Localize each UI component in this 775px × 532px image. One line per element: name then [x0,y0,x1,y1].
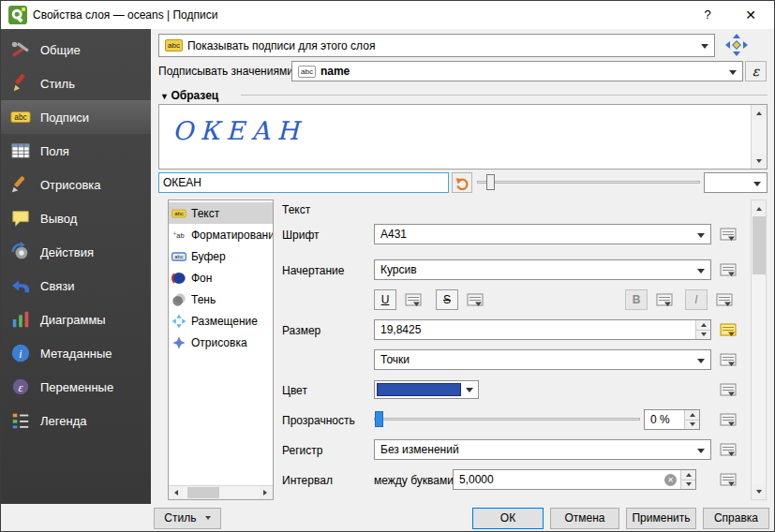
style-combo[interactable]: Курсив [374,259,711,280]
sidebar-item-rendering[interactable]: Отрисовка [1,168,151,201]
spacing-data-defined-button[interactable] [717,470,739,489]
sample-section-toggle[interactable]: ▼ Образец [160,89,218,102]
tab-formatting[interactable]: +ab Форматирование [169,224,273,245]
style-menu-button[interactable]: Стиль [154,508,221,529]
slider-handle[interactable] [375,411,383,427]
ok-button[interactable]: ОК [472,508,544,529]
expression-builder-button[interactable]: ε [745,61,767,81]
scroll-down-icon[interactable] [752,484,766,499]
clear-icon[interactable]: ✕ [664,474,677,486]
spacing-label: Интервал [282,474,333,487]
reset-sample-button[interactable] [452,172,472,193]
sidebar-item-labels[interactable]: abc Подписи [1,100,151,134]
data-defined-icon [720,413,737,427]
field-combo-value: name [320,65,350,78]
preview-scale-slider[interactable] [477,172,700,193]
preview-scrollbar[interactable] [751,105,767,169]
sidebar-item-general[interactable]: Общие [1,33,151,66]
font-data-defined-button[interactable] [717,225,739,244]
bold-data-defined-button[interactable] [653,290,676,309]
actions-icon [10,242,31,262]
display-icon [10,208,31,229]
italic-button[interactable]: I [685,289,708,310]
tabs-horizontal-scrollbar[interactable] [169,485,273,499]
scroll-down-icon[interactable] [752,154,767,169]
sidebar-item-fields[interactable]: Поля [1,134,151,168]
tab-text[interactable]: abc Текст [169,202,273,224]
tab-placement[interactable]: Размещение [169,310,273,332]
size-units-combo[interactable]: Точки [374,349,711,370]
joins-icon [10,275,31,296]
preview-size-combo[interactable] [704,172,768,193]
sidebar-item-label: Связи [40,279,74,293]
collapse-triangle-icon: ▼ [160,92,171,101]
sidebar-item-variables[interactable]: ε Переменные [1,370,151,404]
transparency-spinbox[interactable]: 0 % [644,409,700,430]
data-defined-icon [720,228,737,242]
strikeout-data-defined-button[interactable] [464,290,486,309]
window-title: Свойства слоя — oceans | Подписи [33,1,217,29]
spin-buttons[interactable] [684,410,699,429]
sidebar-item-display[interactable]: Вывод [1,201,151,235]
auto-placement-settings-button[interactable] [723,32,751,58]
tab-rendering[interactable]: Отрисовка [169,332,273,353]
tab-shadow[interactable]: Тень [169,288,273,310]
size-data-defined-button-active[interactable] [717,320,739,339]
style-label: Начертание [282,264,344,277]
color-data-defined-button[interactable] [717,380,739,399]
color-button[interactable] [374,380,479,399]
sidebar-item-legend[interactable]: Легенда [1,404,151,437]
scroll-thumb[interactable] [753,216,766,274]
svg-text:i: i [19,347,22,361]
letter-spacing-spinbox[interactable]: 5,0000 ✕ [453,469,696,490]
scroll-right-icon[interactable] [259,486,273,499]
help-button[interactable]: Справка [703,508,769,529]
spin-buttons[interactable] [680,470,695,489]
font-label: Шрифт [282,229,319,242]
label-mode-combo[interactable]: abc Показывать подписи для этого слоя [158,34,715,57]
sample-section-title: Образец [171,89,218,102]
underline-data-defined-button[interactable] [402,290,425,309]
tab-background[interactable]: Фон [169,267,273,288]
scroll-up-icon[interactable] [752,200,766,215]
sidebar-item-joins[interactable]: Связи [1,269,151,303]
apply-button[interactable]: Применить [626,508,696,529]
scroll-up-icon[interactable] [752,105,767,120]
cancel-button[interactable]: Отмена [550,508,619,529]
window-close-button[interactable]: ✕ [733,1,768,29]
tab-buffer[interactable]: abc Буфер [169,245,273,267]
window-help-button[interactable]: ? [690,1,725,29]
spin-buttons[interactable] [695,320,710,339]
strikeout-button[interactable]: S [436,289,458,310]
field-combo[interactable]: abc name [291,61,743,81]
bold-button[interactable]: B [625,289,648,310]
data-defined-icon [656,293,673,307]
string-type-icon: abc [298,66,316,78]
sidebar-item-metadata[interactable]: i Метаданные [1,336,151,370]
spin-up-icon [681,470,695,480]
style-data-defined-button[interactable] [717,260,739,279]
background-tab-icon [171,271,186,286]
case-data-defined-button[interactable] [717,440,739,459]
underline-button[interactable]: U [374,289,396,310]
case-combo[interactable]: Без изменений [374,439,711,460]
sidebar-item-style[interactable]: Стиль [1,66,151,100]
chevron-down-icon [205,516,211,523]
slider-handle[interactable] [486,174,495,190]
sample-text-input[interactable] [158,172,449,193]
sidebar-item-diagrams[interactable]: Диаграммы [1,303,151,336]
scroll-left-icon[interactable] [169,486,183,499]
font-combo[interactable]: A431 [374,224,711,244]
sidebar-item-label: Легенда [40,414,86,428]
units-data-defined-button[interactable] [717,350,739,369]
scroll-thumb[interactable] [187,487,219,498]
style-menu-label: Стиль [164,511,196,525]
spin-up-icon [696,320,710,331]
transparency-data-defined-button[interactable] [717,410,739,429]
panel-scrollbar[interactable] [751,200,767,500]
size-spinbox[interactable]: 19,8425 [374,319,711,340]
transparency-slider[interactable] [374,409,640,430]
sidebar-item-actions[interactable]: Действия [1,235,151,269]
italic-data-defined-button[interactable] [713,290,736,309]
sidebar-item-label: Метаданные [40,347,112,361]
